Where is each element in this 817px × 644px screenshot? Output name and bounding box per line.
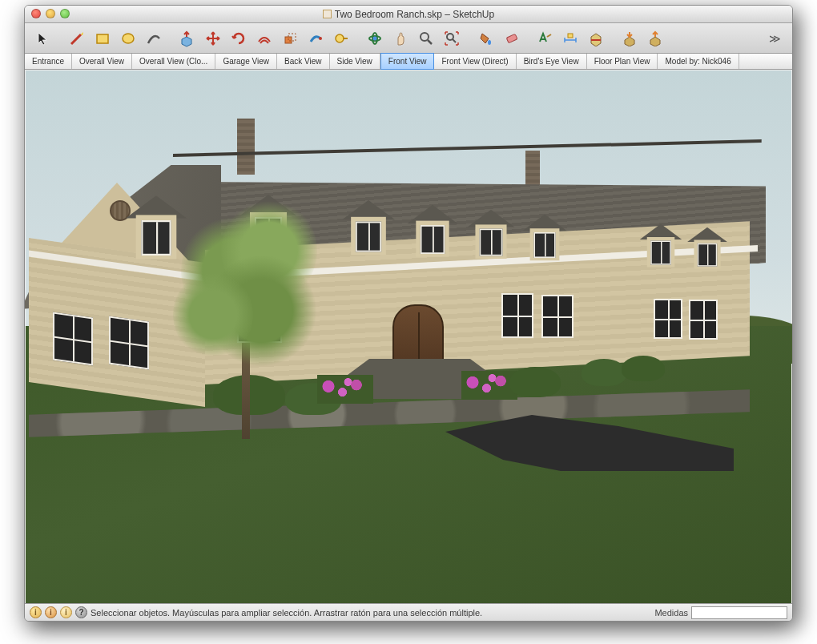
titlebar: Two Bedroom Ranch.skp – SketchUp	[25, 6, 792, 23]
measure-label: Medidas	[654, 608, 688, 618]
zoom-button[interactable]	[60, 9, 70, 18]
rotate-tool[interactable]	[227, 26, 251, 50]
orbit-tool[interactable]	[363, 26, 387, 50]
tape-tool[interactable]	[329, 26, 353, 50]
paint-tool[interactable]	[473, 26, 497, 50]
scene-tab-floorplan[interactable]: Floor Plan View	[587, 54, 658, 69]
model-viewport[interactable]	[26, 70, 791, 603]
section-tool[interactable]	[584, 26, 608, 50]
svg-point-4	[319, 37, 322, 40]
measure-input[interactable]	[691, 606, 787, 619]
house-model	[29, 119, 790, 455]
svg-point-5	[336, 34, 344, 42]
scene-tabs: Entrance Overall View Overall View (Clo.…	[25, 54, 792, 70]
svg-rect-12	[506, 34, 517, 42]
status-bar: i i i ? Seleccionar objetos. Mayúsculas …	[25, 603, 792, 621]
line-tool[interactable]	[65, 26, 89, 50]
svg-point-9	[421, 33, 429, 41]
scene-tab-entrance[interactable]: Entrance	[25, 54, 72, 69]
follow-me-tool[interactable]	[304, 26, 328, 50]
svg-rect-0	[97, 34, 108, 43]
zoom-extents-tool[interactable]	[440, 26, 464, 50]
minimize-button[interactable]	[46, 9, 55, 18]
help-icon[interactable]: ?	[75, 606, 87, 618]
close-button[interactable]	[31, 9, 41, 18]
scene-tab-back[interactable]: Back View	[277, 54, 330, 69]
svg-point-10	[447, 34, 453, 40]
svg-point-1	[123, 34, 134, 43]
scene-tab-side[interactable]: Side View	[330, 54, 380, 69]
share-tool[interactable]	[643, 26, 667, 50]
scene-tab-overall[interactable]: Overall View	[72, 54, 132, 69]
scene-tab-overall-close[interactable]: Overall View (Clo...	[132, 54, 215, 69]
window-title: Two Bedroom Ranch.skp – SketchUp	[323, 9, 494, 20]
arc-tool[interactable]	[142, 26, 166, 50]
pan-tool[interactable]	[388, 26, 413, 50]
zoom-tool[interactable]	[414, 26, 438, 50]
app-window: Two Bedroom Ranch.skp – SketchUp ≫	[24, 5, 793, 622]
status-hint: Seleccionar objetos. Mayúsculas para amp…	[91, 608, 482, 618]
scale-tool[interactable]	[278, 26, 302, 50]
select-tool[interactable]	[31, 26, 55, 50]
scene-tab-garage[interactable]: Garage View	[215, 54, 277, 69]
svg-rect-13	[568, 34, 573, 38]
svg-point-11	[488, 40, 491, 45]
scene-tab-front[interactable]: Front View	[380, 53, 435, 70]
main-toolbar: ≫	[25, 23, 792, 54]
status-icon-1[interactable]: i	[30, 606, 42, 618]
move-tool[interactable]	[201, 26, 225, 50]
dimension-tool[interactable]	[558, 26, 582, 50]
svg-point-8	[373, 36, 377, 40]
circle-tool[interactable]	[116, 26, 140, 50]
scene-tab-credit[interactable]: Model by: Nick046	[658, 54, 739, 69]
scene-tab-birdseye[interactable]: Bird's Eye View	[517, 54, 587, 69]
push-pull-tool[interactable]	[175, 26, 199, 50]
document-icon	[323, 10, 332, 18]
text-tool[interactable]	[533, 26, 557, 50]
get-models-tool[interactable]	[618, 26, 642, 50]
eraser-tool[interactable]	[499, 26, 523, 50]
status-icon-3[interactable]: i	[60, 606, 72, 618]
rectangle-tool[interactable]	[91, 26, 115, 50]
toolbar-overflow[interactable]: ≫	[764, 32, 786, 45]
offset-tool[interactable]	[252, 26, 276, 50]
scene-tab-front-direct[interactable]: Front View (Direct)	[434, 54, 516, 69]
status-icon-2[interactable]: i	[45, 606, 57, 618]
